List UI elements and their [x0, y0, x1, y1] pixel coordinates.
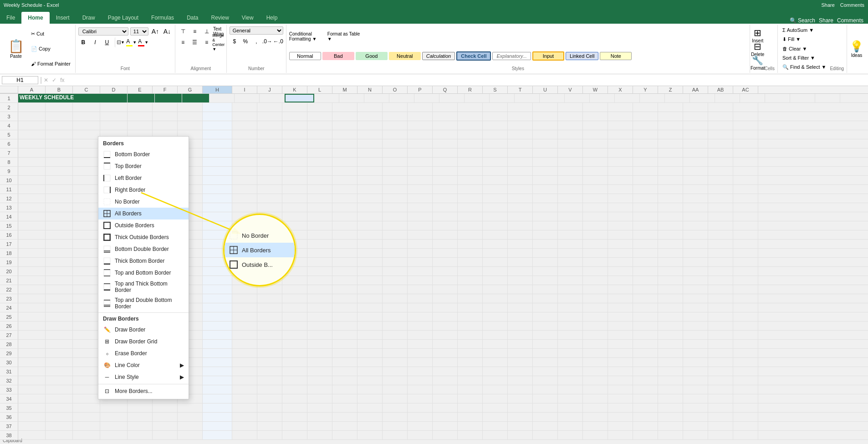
cell-V23[interactable]: [558, 294, 583, 303]
cell-AA20[interactable]: [683, 267, 708, 276]
cell-K34[interactable]: [282, 394, 307, 403]
cell-N15[interactable]: [357, 221, 383, 230]
cell-S31[interactable]: [483, 367, 508, 376]
cell-J3[interactable]: [257, 112, 282, 121]
align-left-button[interactable]: ≡: [178, 37, 188, 47]
cell-X20[interactable]: [608, 267, 633, 276]
cell-A8[interactable]: [18, 158, 46, 166]
cell-W23[interactable]: [583, 294, 608, 303]
erase-border-item[interactable]: ⬦ Erase Border: [98, 347, 189, 359]
font-color-button[interactable]: A ▼: [138, 37, 148, 47]
cell-U33[interactable]: [533, 385, 558, 394]
cell-U31[interactable]: [533, 367, 558, 376]
cell-K7[interactable]: [282, 148, 307, 157]
cell-AC15[interactable]: [733, 221, 758, 230]
cell-E3[interactable]: [128, 112, 153, 121]
cell-M7[interactable]: [332, 148, 357, 157]
cell-R20[interactable]: [458, 267, 483, 276]
cell-R24[interactable]: [458, 303, 483, 312]
cell-O16[interactable]: [383, 230, 408, 239]
tab-help[interactable]: Help: [260, 12, 284, 24]
cell-Q22[interactable]: [433, 285, 458, 294]
col-header-a[interactable]: A: [18, 86, 46, 93]
cell-M33[interactable]: [332, 385, 357, 394]
cell-W16[interactable]: [583, 230, 608, 239]
cell-AA36[interactable]: [683, 413, 708, 421]
cell-Z21[interactable]: [658, 276, 683, 285]
cell-P32[interactable]: [408, 376, 433, 385]
cell-X34[interactable]: [608, 394, 633, 403]
cell-M9[interactable]: [332, 167, 357, 175]
col-header-ab[interactable]: AB: [708, 86, 733, 93]
cell-K3[interactable]: [282, 112, 307, 121]
cell-S15[interactable]: [483, 221, 508, 230]
cell-K28[interactable]: [282, 340, 307, 348]
cell-T14[interactable]: [508, 212, 533, 221]
cell-C35[interactable]: [73, 403, 100, 412]
style-linked[interactable]: Linked Cell: [566, 52, 598, 60]
cell-K1[interactable]: [364, 94, 389, 102]
cell-T18[interactable]: [508, 249, 533, 257]
row-num-6[interactable]: 6: [0, 139, 18, 148]
cell-E2[interactable]: [128, 103, 153, 112]
cell-J23[interactable]: [257, 294, 282, 303]
cell-Z26[interactable]: [658, 322, 683, 330]
col-header-u[interactable]: U: [533, 86, 558, 93]
cell-L18[interactable]: [307, 249, 332, 257]
cell-V33[interactable]: [558, 385, 583, 394]
currency-button[interactable]: $: [230, 36, 240, 46]
cell-M26[interactable]: [332, 322, 357, 330]
cell-AB25[interactable]: [708, 312, 733, 321]
cell-O2[interactable]: [383, 103, 408, 112]
row-num-19[interactable]: 19: [0, 258, 18, 266]
cell-N23[interactable]: [357, 294, 383, 303]
cell-W32[interactable]: [583, 376, 608, 385]
cell-M10[interactable]: [332, 176, 357, 184]
col-header-w[interactable]: W: [583, 86, 608, 93]
cell-J28[interactable]: [257, 340, 282, 348]
align-bottom-button[interactable]: ⊥: [202, 26, 212, 36]
cell-I37[interactable]: [232, 422, 257, 430]
cell-B30[interactable]: [46, 358, 73, 367]
cell-R9[interactable]: [458, 167, 483, 175]
cell-Z35[interactable]: [658, 403, 683, 412]
cell-U10[interactable]: [533, 176, 558, 184]
cell-O33[interactable]: [383, 385, 408, 394]
col-header-j[interactable]: J: [257, 86, 282, 93]
cell-L12[interactable]: [307, 194, 332, 203]
cell-P9[interactable]: [408, 167, 433, 175]
cell-U28[interactable]: [533, 340, 558, 348]
cell-M19[interactable]: [332, 258, 357, 266]
cell-AC32[interactable]: [733, 376, 758, 385]
cell-I1[interactable]: [314, 94, 339, 102]
cell-S23[interactable]: [483, 294, 508, 303]
cell-AB35[interactable]: [708, 403, 733, 412]
cell-X35[interactable]: [608, 403, 633, 412]
share-button[interactable]: Share: [821, 2, 834, 8]
cell-L30[interactable]: [307, 358, 332, 367]
cell-M22[interactable]: [332, 285, 357, 294]
formula-input[interactable]: [66, 77, 867, 83]
cell-Q9[interactable]: [433, 167, 458, 175]
cell-R33[interactable]: [458, 385, 483, 394]
cell-T25[interactable]: [508, 312, 533, 321]
cell-C27[interactable]: [73, 331, 100, 339]
cell-V10[interactable]: [558, 176, 583, 184]
cell-A27[interactable]: [18, 331, 46, 339]
cell-Z2[interactable]: [658, 103, 683, 112]
cell-Q5[interactable]: [433, 130, 458, 139]
cell-Z5[interactable]: [658, 130, 683, 139]
cell-T11[interactable]: [508, 185, 533, 194]
cell-T7[interactable]: [508, 148, 533, 157]
cell-V29[interactable]: [558, 349, 583, 357]
cell-O13[interactable]: [383, 203, 408, 212]
cell-I7[interactable]: [232, 148, 257, 157]
cell-I34[interactable]: [232, 394, 257, 403]
cell-N37[interactable]: [357, 422, 383, 430]
cell-H23[interactable]: [203, 294, 232, 303]
cell-W1[interactable]: [665, 94, 690, 102]
cell-V35[interactable]: [558, 403, 583, 412]
cell-Q7[interactable]: [433, 148, 458, 157]
border-all-item[interactable]: All Borders: [98, 208, 189, 219]
cell-G2[interactable]: [178, 103, 203, 112]
